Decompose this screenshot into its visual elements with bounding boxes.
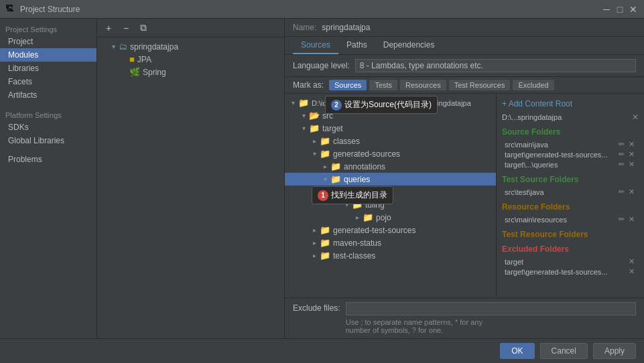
expand-icon[interactable]: ▸ — [320, 163, 330, 170]
expand-icon[interactable]: ▾ — [287, 99, 298, 106]
add-content-root-button[interactable]: + Add Content Root — [502, 99, 639, 108]
resource-path-0: src\main\resources — [505, 216, 567, 224]
expand-icon[interactable]: ▾ — [320, 175, 330, 183]
source-folder-item-2: target\...\queries ✏ ✕ — [502, 159, 639, 169]
tab-sources[interactable]: Sources — [293, 37, 338, 54]
target-folder-icon: 📁 — [309, 123, 320, 133]
tabs-bar: Sources Paths Dependencies — [285, 37, 644, 55]
dir-generated-sources[interactable]: ▾ 📁 generated-sources — [285, 147, 496, 160]
dir-classes[interactable]: ▸ 📁 classes — [285, 135, 496, 147]
excluded-actions-0: ✕ — [627, 257, 636, 266]
sidebar-item-facets[interactable]: Facets — [0, 75, 96, 88]
test-classes-icon: 📁 — [320, 250, 330, 261]
tree-node-springdatajpa[interactable]: ▾ 🗂 springdatajpa — [97, 40, 284, 53]
module-tree-panel: + − ⧉ ▾ 🗂 springdatajpa ■ JPA — [97, 19, 285, 338]
main-panel: Name: springdatajpa Sources Paths Depend… — [285, 19, 644, 338]
dir-target[interactable]: ▾ 📁 target — [285, 122, 496, 135]
sidebar-item-problems[interactable]: Problems — [0, 153, 96, 166]
expand-icon[interactable]: ▾ — [298, 112, 309, 119]
ok-button[interactable]: OK — [500, 343, 534, 359]
mark-as-tests-button[interactable]: Tests — [369, 80, 397, 90]
remove-excluded-0[interactable]: ✕ — [627, 257, 636, 266]
remove-source-0[interactable]: ✕ — [627, 140, 636, 149]
edit-resource-0[interactable]: ✏ — [617, 215, 626, 224]
remove-source-2[interactable]: ✕ — [627, 160, 636, 169]
expand-icon[interactable]: ▸ — [309, 226, 320, 234]
maximize-button[interactable]: □ — [615, 4, 625, 15]
edit-source-2[interactable]: ✏ — [617, 160, 626, 169]
minimize-button[interactable]: ─ — [601, 4, 612, 15]
mark-as-label: Mark as: — [293, 80, 324, 90]
tree-node-jpa[interactable]: ■ JPA — [97, 53, 284, 66]
dir-annotations-label: annotations — [344, 162, 385, 171]
dir-target-label: target — [322, 124, 343, 133]
tab-dependencies[interactable]: Dependencies — [375, 37, 443, 54]
tooltip2-badge: 2 — [331, 100, 342, 111]
mark-as-test-resources-button[interactable]: Test Resources — [449, 80, 511, 90]
module-icon: 🗂 — [119, 42, 127, 52]
maven-status-icon: 📁 — [320, 238, 330, 248]
pojo-folder-icon: 📁 — [363, 212, 373, 222]
expand-icon[interactable]: ▾ — [108, 43, 119, 50]
dir-tree: ▾ 📁 D:\ideaworkspace\mine\springdata\spr… — [285, 94, 497, 297]
cancel-button[interactable]: Cancel — [540, 343, 588, 359]
source-folder-item-1: target\generated-test-sources... ✏ ✕ — [502, 149, 639, 159]
resource-actions-0: ✏ ✕ — [617, 215, 636, 224]
edit-source-1[interactable]: ✏ — [617, 150, 626, 159]
copy-module-button[interactable]: ⧉ — [136, 21, 151, 35]
dir-classes-label: classes — [333, 137, 360, 146]
remove-resource-0[interactable]: ✕ — [627, 215, 636, 224]
excluded-folders-section: Excluded Folders target ✕ target\generat… — [502, 244, 639, 277]
expand-icon[interactable]: ▸ — [309, 137, 320, 145]
sidebar-item-artifacts[interactable]: Artifacts — [0, 88, 96, 102]
window-icon: 🏗 — [5, 4, 16, 15]
sidebar-item-project[interactable]: Project — [0, 35, 96, 48]
sidebar-item-sdks[interactable]: SDKs — [0, 121, 96, 134]
dir-gen-test-src-label: generated-test-sources — [333, 226, 415, 235]
dir-annotations[interactable]: ▸ 📁 annotations — [285, 160, 496, 173]
bottom-buttons: OK Cancel Apply — [0, 338, 644, 363]
language-level-select[interactable]: 8 - Lambdas, type annotations etc. — [355, 59, 636, 72]
resource-folder-item-0: src\main\resources ✏ ✕ — [502, 214, 639, 224]
window-title: Project Structure — [20, 5, 601, 14]
test-source-folder-item-0: src\test\java ✏ ✕ — [502, 187, 639, 197]
resource-folders-section: Resource Folders src\main\resources ✏ ✕ — [502, 202, 639, 224]
exclude-files-input[interactable] — [346, 302, 636, 315]
sidebar-item-libraries[interactable]: Libraries — [0, 62, 96, 75]
dir-generated-test-sources[interactable]: ▸ 📁 generated-test-sources — [285, 224, 496, 236]
remove-module-button[interactable]: − — [119, 21, 133, 35]
folder-icon: 📁 — [298, 98, 309, 108]
project-settings-section: Project Settings — [0, 21, 96, 35]
close-button[interactable]: ✕ — [628, 4, 639, 15]
edit-test-source-0[interactable]: ✏ — [617, 188, 626, 196]
module-name-value: springdatajpa — [322, 23, 370, 32]
dir-queries-label: queries — [344, 175, 370, 184]
content-root-close-button[interactable]: ✕ — [632, 113, 639, 122]
mark-as-resources-button[interactable]: Resources — [400, 80, 446, 90]
excluded-path-1: target\generated-test-sources... — [505, 268, 607, 276]
mark-as-row: Mark as: Sources Tests Resources Test Re… — [285, 77, 644, 94]
add-module-button[interactable]: + — [101, 21, 116, 35]
sidebar-item-modules[interactable]: Modules — [0, 48, 96, 62]
remove-test-source-0[interactable]: ✕ — [627, 188, 636, 196]
tab-paths[interactable]: Paths — [338, 37, 375, 54]
expand-icon[interactable]: ▾ — [298, 125, 309, 132]
dir-maven-status[interactable]: ▸ 📁 maven-status — [285, 236, 496, 249]
expand-icon[interactable]: ▸ — [352, 214, 363, 221]
remove-excluded-1[interactable]: ✕ — [627, 267, 636, 276]
apply-button[interactable]: Apply — [593, 343, 636, 359]
edit-source-0[interactable]: ✏ — [617, 140, 626, 149]
module-tree-body: ▾ 🗂 springdatajpa ■ JPA 🌿 — [97, 38, 284, 338]
mark-as-sources-button[interactable]: Sources — [329, 80, 367, 90]
mark-as-excluded-button[interactable]: Excluded — [513, 80, 554, 90]
expand-icon[interactable]: ▸ — [309, 252, 320, 259]
dir-pojo[interactable]: ▸ 📁 pojo — [285, 211, 496, 224]
sidebar-item-global-libraries[interactable]: Global Libraries — [0, 134, 96, 147]
tree-node-spring[interactable]: 🌿 Spring — [97, 66, 284, 78]
remove-source-1[interactable]: ✕ — [627, 150, 636, 159]
dir-test-classes[interactable]: ▸ 📁 test-classes — [285, 249, 496, 262]
test-source-folders-section: Test Source Folders src\test\java ✏ ✕ — [502, 175, 639, 197]
expand-icon[interactable]: ▸ — [309, 239, 320, 246]
dir-queries[interactable]: ▾ 📁 queries 1 找到生成的目录 — [285, 173, 496, 186]
expand-icon[interactable]: ▾ — [309, 150, 320, 157]
